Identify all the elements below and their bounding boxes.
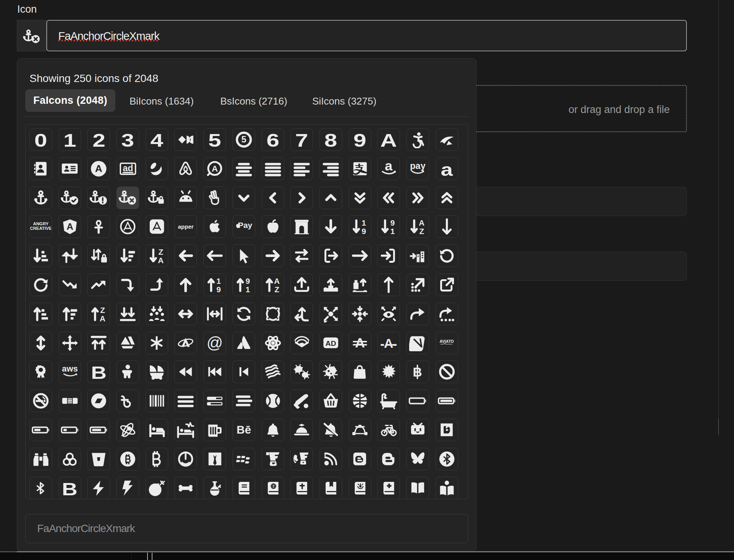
svg-text:A: A: [274, 277, 280, 285]
svg-text:A: A: [384, 336, 393, 350]
svg-text:A: A: [66, 221, 73, 232]
svg-text:Z: Z: [100, 305, 105, 314]
svg-text:Z: Z: [419, 227, 424, 236]
svg-text:9: 9: [390, 218, 395, 227]
svg-text:9: 9: [246, 277, 250, 285]
svg-text:5: 5: [241, 134, 246, 144]
svg-text:A: A: [95, 163, 102, 174]
svg-text:A: A: [419, 218, 424, 227]
svg-text:b: b: [444, 424, 450, 436]
svg-text:Z: Z: [158, 247, 163, 256]
svg-text:a: a: [385, 160, 393, 174]
svg-text:AVIATO: AVIATO: [440, 339, 454, 343]
svg-text:1: 1: [216, 277, 221, 285]
svg-text:Z: Z: [274, 285, 279, 293]
svg-text:A: A: [158, 256, 164, 264]
svg-text:Bē: Bē: [236, 423, 251, 436]
svg-text:ANGRY: ANGRY: [33, 222, 49, 226]
svg-text:Pay: Pay: [238, 221, 252, 229]
svg-text:A: A: [100, 314, 106, 323]
svg-text:A: A: [212, 164, 218, 174]
svg-text:1: 1: [246, 285, 250, 293]
svg-text:AD: AD: [325, 339, 336, 347]
svg-text:pay: pay: [410, 160, 425, 170]
svg-text:A: A: [355, 335, 365, 350]
svg-text:ad: ad: [123, 163, 133, 173]
svg-text:CREATIVE: CREATIVE: [30, 226, 51, 231]
svg-text:1: 1: [390, 227, 395, 236]
svg-text:aws: aws: [62, 364, 78, 373]
svg-text:9: 9: [216, 285, 221, 293]
svg-text:1: 1: [362, 218, 366, 227]
svg-text:9: 9: [362, 227, 366, 236]
